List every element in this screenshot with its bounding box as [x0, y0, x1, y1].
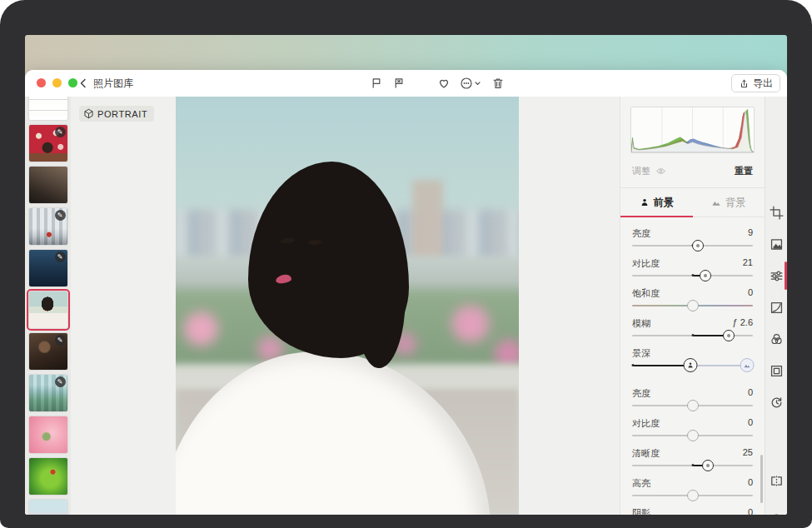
flag-icon[interactable] — [370, 77, 383, 90]
cube-icon — [83, 108, 94, 119]
desktop-wallpaper: 照片图库 — [25, 35, 787, 515]
photo-editor-window: 照片图库 — [25, 70, 787, 515]
slider-value: ƒ 2.6 — [733, 317, 753, 329]
slider-value: 25 — [743, 447, 753, 459]
edited-badge-icon: ✎ — [55, 335, 66, 346]
tool-history-button[interactable] — [765, 391, 787, 413]
slider-track-contrast2[interactable] — [632, 429, 753, 442]
back-to-library-button[interactable]: 照片图库 — [77, 70, 133, 97]
edited-badge-icon: ✎ — [55, 127, 66, 137]
depth-range-fill — [690, 365, 747, 366]
close-window-button[interactable] — [37, 78, 46, 87]
tool-info-button[interactable] — [765, 509, 787, 515]
slider-knob-blur[interactable] — [723, 330, 735, 341]
editor-canvas: PORTRAIT — [71, 97, 620, 515]
mountain-icon — [711, 197, 721, 207]
slider-origin-tick — [691, 464, 694, 466]
slider-knob-contrast2[interactable] — [687, 430, 699, 441]
tool-color-mix-button[interactable] — [765, 328, 787, 350]
slider-knob-highlights[interactable] — [687, 490, 699, 501]
sliders-list: 亮度9对比度21饱和度0模糊ƒ 2.6景深亮度0对比度0清晰度25高亮0阴影0白… — [632, 227, 753, 515]
screenshot-stage: 照片图库 — [0, 0, 812, 528]
flag-reject-icon[interactable] — [392, 77, 406, 90]
tool-crop-button[interactable] — [765, 202, 787, 223]
tool-adjustments-button[interactable] — [765, 265, 787, 286]
thumbnail-mountain-dusk[interactable] — [29, 167, 67, 203]
slider-label: 高亮 — [632, 477, 650, 489]
toolbar-center-icons — [370, 70, 505, 97]
slider-label: 亮度 — [632, 227, 650, 239]
tab-foreground[interactable]: 前景 — [620, 188, 693, 217]
tool-tone-curve-button[interactable] — [765, 296, 787, 318]
slider-origin-tick — [691, 334, 694, 336]
adjust-label: 调整 — [632, 165, 650, 177]
slider-value: 0 — [748, 387, 753, 399]
slider-label: 饱和度 — [632, 287, 660, 299]
thumbnail-portrait-current[interactable] — [29, 291, 67, 328]
favorite-heart-icon[interactable] — [437, 77, 451, 90]
depth-background-knob[interactable] — [740, 358, 754, 372]
thumbnail-pagoda[interactable] — [29, 500, 67, 515]
slider-knob-contrast[interactable] — [700, 270, 711, 281]
export-button[interactable]: 导出 — [731, 74, 780, 92]
minimize-window-button[interactable] — [52, 78, 62, 87]
slider-track-highlights[interactable] — [632, 489, 753, 502]
thumbnail-dark-wood[interactable]: ✎ — [29, 333, 67, 370]
tool-split-compare-button[interactable] — [765, 470, 787, 491]
slider-track-brightness[interactable] — [632, 239, 753, 252]
slider-track-clarity[interactable] — [632, 459, 753, 472]
slider-track-luminance[interactable] — [632, 399, 753, 412]
main-photo[interactable] — [176, 97, 519, 515]
slider-knob-brightness[interactable] — [692, 240, 704, 252]
reset-button[interactable]: 重置 — [735, 165, 753, 177]
depth-foreground-knob[interactable] — [683, 358, 697, 372]
thumbnail-green-city[interactable]: ✎ — [29, 375, 67, 411]
tab-label: 背景 — [725, 196, 745, 210]
export-label: 导出 — [753, 77, 773, 91]
person-icon — [640, 197, 650, 207]
slider-origin-tick — [691, 274, 694, 276]
thumbnail-tree-frog[interactable] — [29, 458, 67, 495]
slider-track-saturation[interactable] — [632, 299, 753, 312]
more-options-icon[interactable] — [460, 77, 482, 90]
portrait-mode-badge: PORTRAIT — [79, 106, 154, 122]
delete-trash-icon[interactable] — [491, 77, 505, 90]
slider-label: 对比度 — [632, 257, 660, 269]
thumbnail-city-architecture[interactable]: ✎ — [29, 208, 67, 245]
slider-track-depth[interactable] — [632, 359, 753, 372]
window-titlebar: 照片图库 — [25, 70, 787, 97]
tools-strip — [765, 97, 787, 515]
thumbnail-red-floral[interactable]: ✎ — [29, 125, 67, 162]
slider-label: 景深 — [632, 347, 650, 359]
thumbnail-pink-flower[interactable] — [29, 416, 67, 453]
panel-scrollbar[interactable] — [760, 455, 763, 503]
slider-knob-clarity[interactable] — [702, 460, 714, 471]
adjustments-panel: 调整 重置 前景背景 亮度9对比度21饱和度0模糊ƒ 2.6景深亮度0对比度0清… — [620, 97, 765, 515]
slider-value: 0 — [748, 417, 753, 429]
back-chevron-icon — [77, 77, 90, 90]
slider-knob-luminance[interactable] — [687, 400, 699, 411]
slider-origin-tick — [632, 364, 635, 366]
adjust-header-row: 调整 重置 — [632, 165, 753, 177]
slider-track-blur[interactable] — [632, 329, 753, 342]
tool-portrait-image-button[interactable] — [765, 233, 787, 255]
tool-vignette-frame-button[interactable] — [765, 360, 787, 381]
share-up-icon — [739, 78, 750, 89]
tab-background[interactable]: 背景 — [693, 188, 765, 217]
slider-label: 阴影 — [632, 507, 650, 515]
crop-icon — [770, 206, 784, 220]
back-label: 照片图库 — [93, 77, 133, 91]
history-icon — [770, 396, 784, 410]
slider-track-contrast[interactable] — [632, 269, 753, 282]
portrait-badge-label: PORTRAIT — [97, 109, 147, 119]
slider-contrast: 对比度21 — [632, 257, 753, 282]
slider-knob-saturation[interactable] — [687, 300, 699, 311]
slider-value: 0 — [748, 507, 753, 515]
edited-badge-icon: ✎ — [55, 252, 66, 262]
thumbnail-night-blue[interactable]: ✎ — [29, 250, 67, 286]
thumbnail-striped-paper[interactable] — [29, 97, 67, 120]
visibility-eye-icon[interactable] — [655, 166, 666, 177]
slider-fill — [633, 365, 690, 366]
edited-badge-icon: ✎ — [55, 210, 66, 221]
portrait-image-icon — [770, 237, 784, 252]
